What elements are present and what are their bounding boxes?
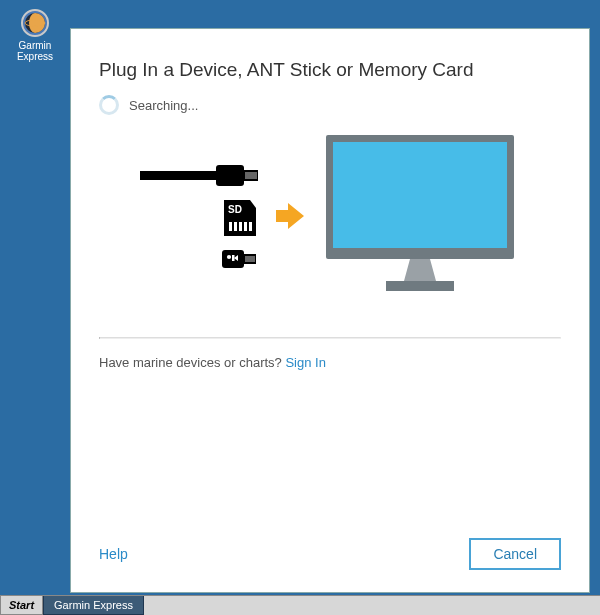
sd-card-icon: SD (220, 198, 260, 238)
svg-rect-19 (333, 142, 507, 248)
ant-stick-icon (220, 244, 260, 274)
marine-prompt: Have marine devices or charts? Sign In (99, 355, 561, 370)
monitor-icon (320, 131, 520, 301)
svg-rect-15 (245, 256, 255, 262)
cancel-button[interactable]: Cancel (469, 538, 561, 570)
svg-marker-20 (404, 259, 436, 281)
sign-in-link[interactable]: Sign In (285, 355, 325, 370)
status-text: Searching... (129, 98, 198, 113)
taskbar: Start Garmin Express (0, 595, 600, 615)
taskbar-item-garmin[interactable]: Garmin Express (43, 596, 144, 615)
status-row: Searching... (99, 95, 561, 115)
spinner-icon (99, 95, 119, 115)
usb-cable-icon (140, 158, 260, 192)
svg-rect-4 (216, 165, 244, 186)
svg-rect-8 (229, 222, 232, 231)
start-button[interactable]: Start (0, 596, 43, 615)
device-column: SD (140, 158, 260, 274)
svg-rect-3 (140, 171, 216, 180)
svg-rect-12 (249, 222, 252, 231)
marine-text: Have marine devices or charts? (99, 355, 285, 370)
svg-rect-6 (245, 172, 257, 179)
garmin-globe-icon (20, 8, 50, 38)
svg-rect-21 (386, 281, 454, 291)
desktop-shortcut[interactable]: Garmin Express (10, 8, 60, 62)
arrow-right-icon (274, 200, 306, 232)
dialog-panel: Plug In a Device, ANT Stick or Memory Ca… (70, 28, 590, 593)
svg-text:SD: SD (228, 204, 242, 215)
svg-rect-11 (244, 222, 247, 231)
help-link[interactable]: Help (99, 546, 128, 562)
desktop-shortcut-label: Garmin Express (10, 40, 60, 62)
illustration: SD (99, 131, 561, 301)
svg-rect-9 (234, 222, 237, 231)
divider (99, 337, 561, 339)
footer-row: Help Cancel (99, 538, 561, 570)
page-title: Plug In a Device, ANT Stick or Memory Ca… (99, 59, 561, 81)
svg-point-16 (227, 255, 231, 259)
svg-rect-10 (239, 222, 242, 231)
